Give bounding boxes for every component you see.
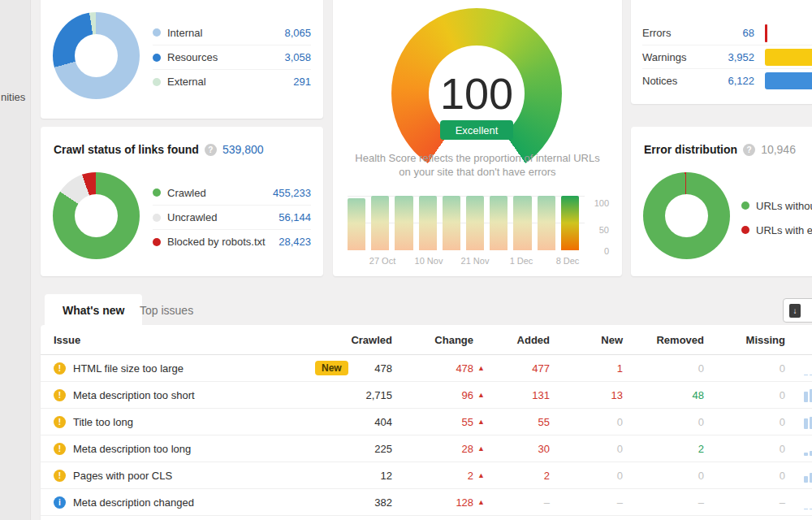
x-tick: 8 Dec — [539, 256, 596, 266]
issue-link[interactable]: Meta description too long — [73, 443, 276, 455]
legend-row-resources: Resources 3,058 — [153, 45, 311, 69]
health-score-value: 100 — [391, 68, 562, 119]
issue-link[interactable]: HTML file size too large — [73, 362, 276, 375]
legend-row-crawled: Crawled 455,233 — [153, 180, 311, 205]
legend-row-internal: Internal 8,065 — [153, 20, 311, 45]
blocked-count-link[interactable]: 28,423 — [279, 236, 311, 248]
issue-link[interactable]: Pages with poor CLS — [73, 470, 276, 482]
tab-top-issues[interactable]: Top issues — [130, 294, 203, 326]
col-issue[interactable]: Issue — [54, 334, 276, 346]
issues-table: Issue Crawled Change Added New Removed M… — [41, 325, 812, 520]
crawled-count-link[interactable]: 455,233 — [273, 187, 311, 199]
bar — [538, 196, 555, 250]
summary-row-notices: Notices 6,122 — [642, 68, 812, 92]
export-file-icon — [789, 304, 801, 318]
table-row[interactable]: Meta description too short 2,715 96 131 … — [41, 382, 812, 409]
crawl-status-donut-chart — [53, 172, 140, 259]
bar — [513, 196, 531, 250]
history-sparkline-chart — [804, 468, 812, 483]
issue-link[interactable]: Meta description too short — [73, 389, 276, 401]
legend-row-urls-with-errors: URLs with er — [741, 218, 812, 242]
warning-icon — [54, 389, 66, 401]
external-dot-icon — [153, 78, 161, 86]
links-legend: Internal 8,065 Resources 3,058 External … — [153, 20, 311, 93]
bar — [443, 196, 460, 250]
col-missing[interactable]: Missing — [704, 334, 785, 346]
health-score-card: 100 Excellent Health Score reflects the … — [333, 0, 622, 276]
error-distribution-legend: URLs without URLs with er — [741, 193, 812, 242]
up-arrow-icon — [477, 364, 485, 372]
crawl-total-link[interactable]: 539,800 — [222, 143, 264, 156]
bar — [561, 196, 579, 250]
uncrawled-count-link[interactable]: 56,144 — [279, 211, 311, 223]
warnings-count-link[interactable]: 3,952 — [703, 51, 754, 63]
with-errors-dot-icon — [741, 226, 749, 234]
bar — [804, 509, 808, 509]
resources-count-link[interactable]: 3,058 — [284, 51, 311, 63]
issue-link[interactable]: Meta description changed — [73, 496, 276, 509]
resources-dot-icon — [153, 54, 161, 62]
table-row[interactable]: Title too long 404 55 55 0 0 0 — [41, 409, 812, 436]
summary-row-errors: Errors 68 — [642, 21, 812, 45]
sidebar-item-cutoff[interactable]: nities — [1, 91, 27, 103]
col-new[interactable]: New — [550, 334, 623, 346]
legend-row-blocked: Blocked by robots.txt 28,423 — [153, 229, 311, 254]
without-errors-dot-icon — [741, 202, 749, 210]
up-arrow-icon — [477, 444, 485, 453]
warning-icon — [54, 362, 66, 375]
col-added[interactable]: Added — [485, 334, 550, 346]
bar — [371, 196, 389, 250]
table-row[interactable]: Meta description too long 225 28 30 0 2 … — [41, 436, 812, 462]
legend-row-urls-without-errors: URLs without — [741, 193, 812, 218]
col-removed[interactable]: Removed — [623, 334, 704, 346]
crawl-status-legend: Crawled 455,233 Uncrawled 56,144 Blocked… — [153, 180, 311, 254]
new-badge: New — [315, 361, 348, 375]
warning-icon — [54, 470, 66, 482]
legend-row-uncrawled: Uncrawled 56,144 — [153, 205, 311, 229]
y-tick: 100 — [585, 198, 609, 208]
col-crawled[interactable]: Crawled — [276, 334, 392, 346]
external-count-link[interactable]: 291 — [293, 76, 311, 88]
error-distribution-title: Error distribution — [644, 143, 737, 156]
table-row[interactable]: Pages with poor CLS 12 2 2 0 0 0 — [41, 462, 812, 489]
help-icon[interactable] — [205, 144, 217, 156]
issues-table-header: Issue Crawled Change Added New Removed M… — [41, 325, 812, 355]
internal-dot-icon — [153, 28, 161, 37]
warnings-bar — [765, 49, 812, 66]
uncrawled-dot-icon — [153, 214, 161, 222]
export-button[interactable] — [783, 298, 812, 323]
bar — [804, 453, 808, 457]
y-tick: 0 — [585, 246, 609, 256]
up-arrow-icon — [477, 471, 485, 479]
crawled-dot-icon — [153, 188, 161, 197]
warning-icon — [54, 416, 66, 428]
up-arrow-icon — [477, 418, 485, 426]
health-score-description: Health Score reflects the proportion of … — [349, 151, 606, 179]
bar — [804, 418, 808, 430]
bar — [490, 196, 508, 250]
info-icon — [54, 496, 66, 509]
notices-count-link[interactable]: 6,122 — [703, 75, 754, 87]
history-sparkline-chart — [804, 414, 812, 429]
help-icon[interactable] — [743, 144, 755, 156]
tab-whats-new[interactable]: What's new — [45, 294, 142, 326]
links-donut-chart — [53, 12, 140, 99]
bar — [348, 198, 365, 250]
table-row[interactable]: HTML file size too large New 478 478 477… — [41, 355, 812, 382]
errors-count-link[interactable]: 68 — [703, 27, 754, 39]
issues-summary-card: Errors 68 Warnings 3,952 Notices 6,122 — [631, 0, 812, 104]
error-distribution-total: 10,946 — [761, 143, 796, 156]
internal-count-link[interactable]: 8,065 — [284, 27, 311, 39]
table-row[interactable]: Meta description changed 382 128 – – – – — [41, 489, 812, 516]
links-breakdown-card: Internal 8,065 Resources 3,058 External … — [41, 0, 323, 119]
error-distribution-card: Error distribution 10,946 URLs without U… — [631, 127, 812, 276]
col-change[interactable]: Change — [392, 334, 485, 346]
bar — [466, 196, 484, 250]
health-rating-badge: Excellent — [440, 120, 513, 140]
bar — [804, 375, 808, 375]
history-sparkline-chart — [804, 361, 812, 375]
up-arrow-icon — [477, 498, 485, 506]
notices-bar — [765, 72, 812, 89]
crawl-status-card: Crawl status of links found 539,800 Craw… — [41, 127, 323, 276]
issue-link[interactable]: Title too long — [73, 416, 276, 428]
